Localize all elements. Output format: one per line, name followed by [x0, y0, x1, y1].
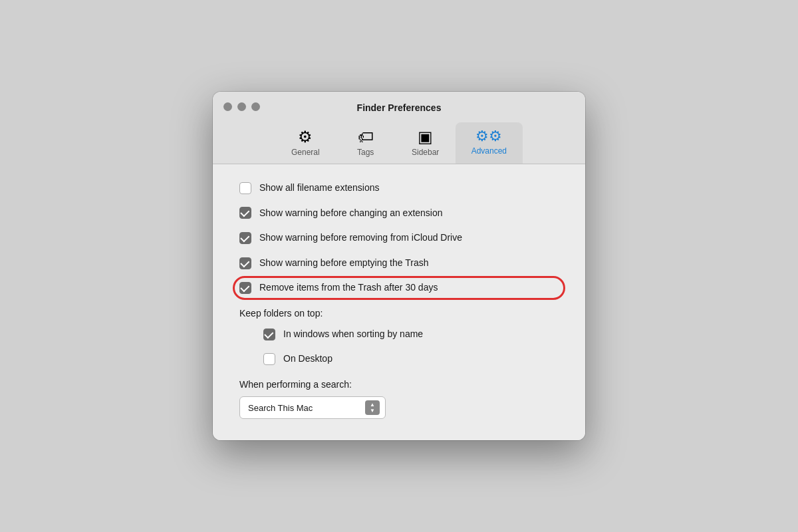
close-button[interactable] — [223, 102, 232, 111]
keep-folders-options: In windows when sorting by name On Deskt… — [263, 327, 559, 367]
search-select[interactable]: Search This Mac ▲ ▼ — [239, 396, 386, 419]
checkbox-row-folders-desktop: On Desktop — [263, 351, 559, 367]
keep-folders-label: Keep folders on top: — [239, 308, 559, 319]
checkbox-show-extensions[interactable] — [239, 182, 251, 194]
sidebar-icon: ▣ — [418, 129, 433, 145]
general-icon: ⚙ — [298, 129, 313, 145]
checkbox-row-warn-icloud: Show warning before removing from iCloud… — [239, 230, 559, 246]
checkbox-warn-icloud[interactable] — [239, 232, 251, 244]
checkbox-warn-trash[interactable] — [239, 257, 251, 269]
checkbox-row-remove-trash: Remove items from the Trash after 30 day… — [239, 280, 559, 296]
label-folders-desktop: On Desktop — [283, 352, 332, 366]
select-arrows-icon: ▲ ▼ — [365, 400, 380, 415]
maximize-button[interactable] — [251, 102, 260, 111]
search-select-value: Search This Mac — [248, 403, 313, 413]
checkbox-folders-windows[interactable] — [263, 329, 275, 340]
checkbox-remove-trash[interactable] — [239, 282, 251, 294]
search-section: When performing a search: Search This Ma… — [239, 379, 559, 419]
tab-advanced-label: Advanced — [471, 146, 507, 156]
label-folders-windows: In windows when sorting by name — [283, 328, 423, 341]
traffic-lights — [223, 102, 260, 111]
checkbox-row-warn-extension: Show warning before changing an extensio… — [239, 205, 559, 221]
arrow-up-icon: ▲ — [370, 402, 375, 408]
tab-general-label: General — [291, 148, 320, 157]
checkbox-row-show-extensions: Show all filename extensions — [239, 180, 559, 196]
label-warn-extension: Show warning before changing an extensio… — [259, 207, 443, 220]
tab-tags-label: Tags — [357, 148, 374, 157]
title-bar: Finder Preferences ⚙ General 🏷 Tags ▣ Si… — [213, 92, 585, 164]
tab-tags[interactable]: 🏷 Tags — [336, 122, 396, 164]
label-show-extensions: Show all filename extensions — [259, 182, 380, 195]
minimize-button[interactable] — [237, 102, 246, 111]
arrow-down-icon: ▼ — [370, 408, 375, 414]
checkbox-folders-desktop[interactable] — [263, 353, 275, 365]
advanced-icon: ⚙⚙ — [475, 129, 502, 144]
tab-advanced[interactable]: ⚙⚙ Advanced — [456, 122, 523, 164]
window-title: Finder Preferences — [357, 102, 442, 113]
label-warn-icloud: Show warning before removing from iCloud… — [259, 231, 462, 245]
label-remove-trash: Remove items from the Trash after 30 day… — [259, 281, 438, 295]
preferences-content: Show all filename extensions Show warnin… — [213, 164, 585, 440]
tab-general[interactable]: ⚙ General — [275, 122, 336, 164]
tab-bar: ⚙ General 🏷 Tags ▣ Sidebar ⚙⚙ Advanced — [223, 122, 575, 164]
tab-sidebar-label: Sidebar — [412, 148, 439, 157]
tags-icon: 🏷 — [358, 129, 374, 145]
checkbox-row-folders-windows: In windows when sorting by name — [263, 327, 559, 342]
finder-preferences-window: Finder Preferences ⚙ General 🏷 Tags ▣ Si… — [213, 92, 585, 440]
search-label: When performing a search: — [239, 379, 559, 390]
tab-sidebar[interactable]: ▣ Sidebar — [396, 122, 456, 164]
checkbox-warn-extension[interactable] — [239, 207, 251, 219]
label-warn-trash: Show warning before emptying the Trash — [259, 257, 428, 270]
checkbox-row-warn-trash: Show warning before emptying the Trash — [239, 255, 559, 271]
